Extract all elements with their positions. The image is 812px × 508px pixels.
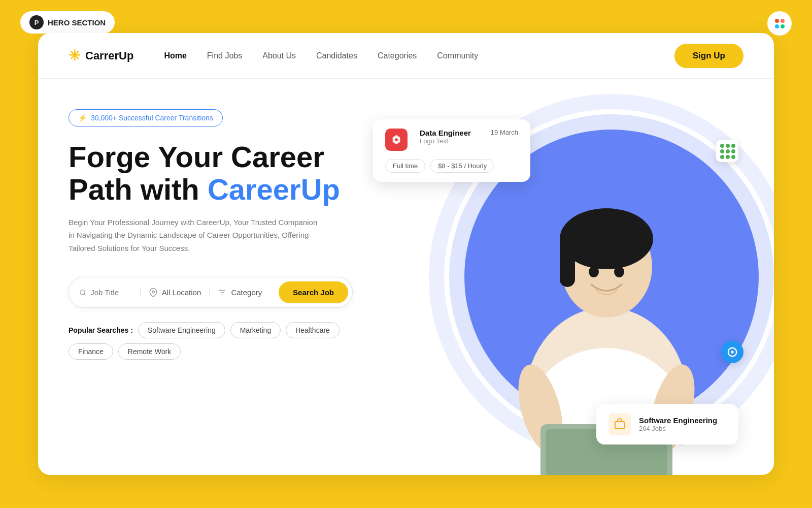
nav-candidates[interactable]: Candidates bbox=[316, 51, 357, 60]
svg-line-1 bbox=[84, 294, 86, 295]
figma-dots bbox=[775, 19, 785, 28]
main-card: ✳ CarrerUp Home Find Jobs About Us Candi… bbox=[38, 33, 774, 475]
tag-marketing[interactable]: Marketing bbox=[230, 322, 281, 338]
job-tag-fulltime: Full time bbox=[385, 159, 425, 173]
nav-find-jobs[interactable]: Find Jobs bbox=[207, 51, 242, 60]
search-job-button[interactable]: Search Job bbox=[279, 281, 348, 303]
filter-icon bbox=[218, 288, 227, 297]
job-card-bottom-text: Software Engineering 264 Jobs bbox=[639, 416, 717, 432]
floating-card-bottom: Software Engineering 264 Jobs bbox=[596, 404, 738, 444]
hero-section-badge: P HERO SECTION bbox=[20, 11, 115, 34]
p-icon: P bbox=[29, 15, 44, 29]
floating-circle-icon bbox=[721, 341, 743, 363]
top-bar: P HERO SECTION bbox=[20, 11, 115, 34]
hero-section: ⚡ 30,000+ Successful Career Transitions … bbox=[38, 79, 774, 475]
figma-icon bbox=[767, 11, 792, 36]
svg-point-17 bbox=[614, 266, 624, 277]
nav-about-us[interactable]: About Us bbox=[262, 51, 296, 60]
logo-text: CarrerUp bbox=[85, 49, 133, 62]
location-field: All Location bbox=[141, 288, 210, 297]
search-icon bbox=[79, 288, 86, 297]
search-bar: All Location Category Search Job bbox=[69, 277, 353, 308]
job-card-subtitle: Logo Text bbox=[420, 137, 471, 145]
job-card-header: Data Engineer Logo Text 19 March bbox=[385, 129, 518, 151]
hero-description: Begin Your Professional Journey with Car… bbox=[69, 216, 322, 255]
category-field: Category bbox=[210, 288, 279, 297]
tag-finance[interactable]: Finance bbox=[69, 343, 113, 360]
hero-right: Data Engineer Logo Text 19 March Full ti… bbox=[383, 79, 743, 475]
location-icon bbox=[149, 288, 158, 297]
svg-point-0 bbox=[80, 290, 85, 294]
job-card-title: Data Engineer bbox=[420, 129, 471, 137]
svg-point-20 bbox=[731, 351, 734, 354]
job-card-icon bbox=[385, 129, 408, 151]
tag-software-engineering[interactable]: Software Engineering bbox=[138, 322, 225, 338]
job-tag-salary: $8 - $15 / Hourly bbox=[430, 159, 494, 173]
svg-point-18 bbox=[395, 138, 398, 141]
hero-title: Forge Your Career Path with CareerUp bbox=[69, 141, 383, 206]
svg-point-2 bbox=[152, 291, 154, 293]
transitions-badge: ⚡ 30,000+ Successful Career Transitions bbox=[69, 109, 223, 126]
logo-star-icon: ✳ bbox=[69, 47, 80, 64]
job-card-bottom-title: Software Engineering bbox=[639, 416, 717, 425]
nav-categories[interactable]: Categories bbox=[378, 51, 417, 60]
popular-label: Popular Searches : bbox=[69, 326, 133, 334]
job-title-input[interactable] bbox=[90, 288, 132, 297]
hero-title-line1: Forge Your Career bbox=[69, 140, 324, 173]
logo: ✳ CarrerUp bbox=[69, 47, 133, 64]
category-label: Category bbox=[231, 288, 262, 297]
svg-rect-21 bbox=[615, 422, 624, 429]
job-title-field bbox=[79, 288, 141, 297]
nav-links: Home Find Jobs About Us Candidates Categ… bbox=[164, 51, 674, 60]
tag-healthcare[interactable]: Healthcare bbox=[286, 322, 340, 338]
floating-card-top: Data Engineer Logo Text 19 March Full ti… bbox=[373, 119, 530, 182]
nav-home[interactable]: Home bbox=[164, 51, 186, 60]
job-card-bottom-count: 264 Jobs bbox=[639, 425, 717, 432]
navbar: ✳ CarrerUp Home Find Jobs About Us Candi… bbox=[38, 33, 774, 79]
lightning-icon: ⚡ bbox=[78, 114, 87, 122]
location-label: All Location bbox=[162, 288, 201, 297]
job-card-bottom-icon bbox=[608, 413, 631, 435]
job-card-tags: Full time $8 - $15 / Hourly bbox=[385, 159, 518, 173]
signup-button[interactable]: Sign Up bbox=[674, 44, 743, 68]
svg-rect-9 bbox=[560, 236, 575, 287]
hero-title-line2: Path with CareerUp bbox=[69, 173, 340, 206]
svg-point-16 bbox=[589, 266, 599, 277]
hero-left: ⚡ 30,000+ Successful Career Transitions … bbox=[69, 79, 383, 475]
floating-dots-icon bbox=[716, 140, 738, 162]
popular-searches: Popular Searches : Software Engineering … bbox=[69, 322, 383, 360]
tag-remote-work[interactable]: Remote Work bbox=[118, 343, 181, 360]
nav-community[interactable]: Community bbox=[437, 51, 478, 60]
job-card-date: 19 March bbox=[491, 129, 518, 136]
